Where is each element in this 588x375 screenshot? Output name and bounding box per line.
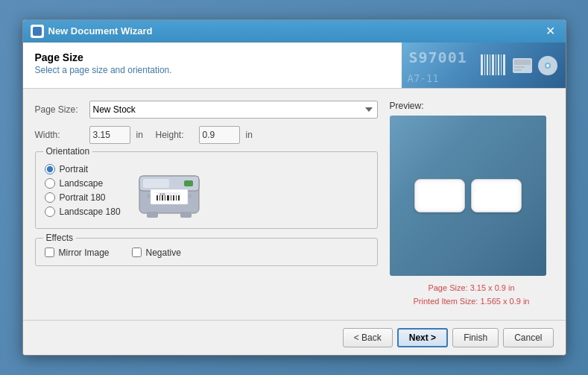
svg-rect-10 (514, 60, 531, 65)
label-item-2 (471, 179, 522, 212)
page-size-value: 3.15 x 0.9 in (470, 283, 515, 292)
svg-rect-3 (490, 54, 490, 75)
portrait-option[interactable]: Portrait (45, 164, 121, 174)
portrait180-option[interactable]: Portrait 180 (45, 192, 121, 203)
svg-point-15 (546, 64, 549, 67)
landscape180-option[interactable]: Landscape 180 (45, 207, 121, 217)
effects-content: Mirror Image Negative (45, 245, 368, 258)
svg-rect-4 (492, 54, 494, 75)
mirror-option[interactable]: Mirror Image (45, 248, 110, 258)
width-input[interactable] (89, 126, 130, 144)
orientation-group: Orientation Portrait Landscape (35, 151, 378, 229)
header-decoration: S97001 A7-11 (402, 42, 566, 89)
label-icon (512, 57, 533, 74)
landscape-radio[interactable] (45, 178, 55, 189)
page-size-row: Page Size: New Stock 4x6 2x1 3x1 Custom (35, 101, 378, 119)
left-panel: Page Size: New Stock 4x6 2x1 3x1 Custom … (35, 101, 378, 308)
svg-rect-34 (180, 212, 192, 218)
landscape180-label: Landscape 180 (60, 207, 121, 217)
negative-option[interactable]: Negative (132, 248, 181, 258)
label-item-1 (414, 179, 465, 212)
dialog-title: New Document Wizard (48, 25, 153, 37)
preview-area (390, 116, 546, 276)
svg-rect-2 (487, 54, 488, 75)
page-size-info: Page Size: 3.15 x 0.9 in (390, 282, 554, 295)
svg-rect-18 (143, 179, 169, 188)
portrait180-radio[interactable] (45, 192, 55, 203)
content-area: Page Size: New Stock 4x6 2x1 3x1 Custom … (23, 89, 566, 320)
width-label: Width: (35, 130, 83, 140)
dialog: New Document Wizard ✕ Page Size Select a… (22, 19, 566, 356)
page-size-label: Page Size: (35, 104, 83, 115)
close-button[interactable]: ✕ (543, 24, 558, 39)
svg-rect-7 (501, 54, 502, 75)
svg-rect-12 (514, 69, 522, 71)
finish-button[interactable]: Finish (452, 328, 499, 347)
mirror-checkbox[interactable] (45, 248, 54, 257)
title-bar: New Document Wizard ✕ (23, 20, 566, 42)
height-label: Height: (156, 130, 193, 140)
cd-icon (537, 55, 558, 76)
title-bar-left: New Document Wizard (31, 25, 153, 38)
preview-label: Preview: (390, 101, 554, 111)
cancel-button[interactable]: Cancel (503, 328, 553, 347)
svg-rect-33 (147, 212, 158, 218)
landscape180-radio[interactable] (45, 207, 55, 217)
app-icon (31, 25, 44, 38)
height-input[interactable] (199, 126, 240, 144)
dimensions-row: Width: in Height: in (35, 126, 378, 144)
orientation-content: Portrait Landscape Portrait 180 Lan (45, 158, 368, 221)
printer-illustration: 123 (136, 161, 203, 221)
svg-rect-11 (514, 66, 525, 68)
negative-label: Negative (146, 248, 181, 258)
mirror-label: Mirror Image (59, 248, 110, 258)
landscape-label: Landscape (60, 178, 104, 189)
printed-size-info: Printed Item Size: 1.565 x 0.9 in (390, 295, 554, 309)
effects-title: Effects (43, 233, 76, 243)
page-size-select[interactable]: New Stock 4x6 2x1 3x1 Custom (89, 101, 378, 119)
svg-rect-19 (184, 180, 193, 186)
height-unit: in (246, 130, 259, 140)
back-button[interactable]: < Back (343, 328, 393, 347)
svg-text:123: 123 (159, 192, 165, 195)
right-panel: Preview: Page Size: 3.15 x 0.9 in Printe… (390, 101, 554, 308)
portrait-radio[interactable] (45, 164, 55, 174)
svg-rect-1 (484, 54, 485, 75)
printed-size-value: 1.565 x 0.9 in (480, 297, 529, 306)
footer: < Back Next > Finish Cancel (23, 320, 566, 355)
label-preview (414, 179, 522, 212)
orientation-options: Portrait Landscape Portrait 180 Lan (45, 164, 121, 217)
next-button[interactable]: Next > (397, 328, 448, 347)
barcode-icon (481, 54, 508, 77)
negative-checkbox[interactable] (132, 248, 142, 257)
landscape-option[interactable]: Landscape (45, 178, 121, 189)
svg-rect-6 (498, 54, 499, 75)
portrait180-label: Portrait 180 (60, 192, 106, 203)
preview-info: Page Size: 3.15 x 0.9 in Printed Item Si… (390, 282, 554, 308)
orientation-title: Orientation (43, 146, 93, 157)
svg-rect-8 (503, 54, 505, 75)
effects-group: Effects Mirror Image Negative (35, 238, 378, 266)
svg-rect-0 (481, 54, 483, 75)
width-unit: in (136, 130, 150, 140)
svg-rect-5 (496, 54, 496, 75)
portrait-label: Portrait (60, 164, 89, 174)
